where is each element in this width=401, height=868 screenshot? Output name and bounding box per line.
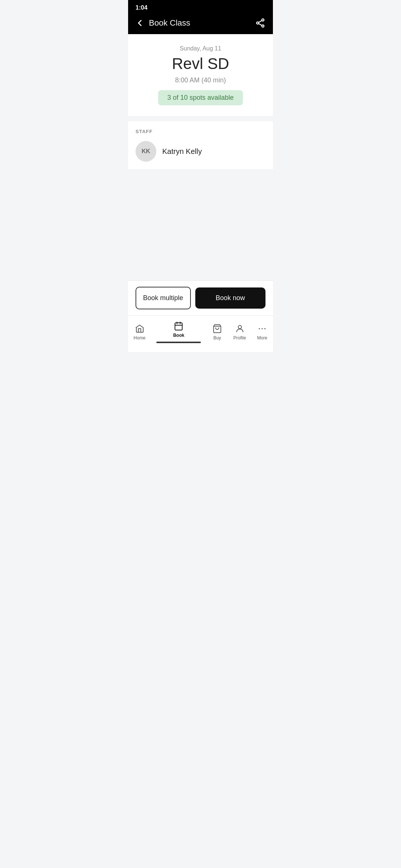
class-info-section: Sunday, Aug 11 Revl SD 8:00 AM (40 min) … [128,34,273,117]
home-icon [134,323,145,334]
nav-label-home: Home [134,335,146,341]
book-multiple-button[interactable]: Book multiple [136,287,191,309]
nav-label-book: Book [173,333,184,338]
staff-name: Katryn Kelly [162,147,202,156]
active-indicator [156,342,201,343]
staff-initials: KK [141,148,150,155]
main-content: Sunday, Aug 11 Revl SD 8:00 AM (40 min) … [128,34,273,280]
svg-point-4 [238,325,241,329]
bottom-nav: Home Book Buy [128,315,273,352]
nav-label-profile: Profile [234,335,246,341]
book-icon [173,321,184,331]
header-title: Book Class [149,18,190,28]
nav-label-buy: Buy [213,335,221,341]
class-time: 8:00 AM (40 min) [136,76,265,84]
nav-item-buy[interactable]: Buy [208,322,227,342]
nav-item-home[interactable]: Home [129,322,150,342]
class-name: Revl SD [136,55,265,73]
staff-avatar: KK [136,141,156,162]
header-left: Book Class [136,18,190,28]
share-button[interactable] [255,18,265,28]
nav-item-more[interactable]: More [252,322,272,342]
back-button[interactable] [136,19,144,27]
empty-content-area [128,169,273,280]
nav-item-profile[interactable]: Profile [229,322,251,342]
staff-item: KK Katryn Kelly [136,141,265,162]
status-bar: 1:04 [128,0,273,14]
svg-point-7 [264,328,265,329]
nav-item-book[interactable]: Book [152,319,205,345]
more-icon [257,323,267,334]
book-now-button[interactable]: Book now [195,287,266,309]
staff-section: STAFF KK Katryn Kelly [128,121,273,169]
svg-point-6 [262,328,263,329]
nav-label-more: More [257,335,267,341]
profile-icon [235,323,245,334]
header: Book Class [128,14,273,34]
svg-rect-3 [175,323,183,330]
action-buttons: Book multiple Book now [128,280,273,315]
buy-icon [212,323,222,334]
class-date: Sunday, Aug 11 [136,45,265,52]
svg-point-5 [259,328,260,329]
spots-badge: 3 of 10 spots available [158,90,242,105]
staff-label: STAFF [136,129,265,134]
status-time: 1:04 [136,4,147,11]
